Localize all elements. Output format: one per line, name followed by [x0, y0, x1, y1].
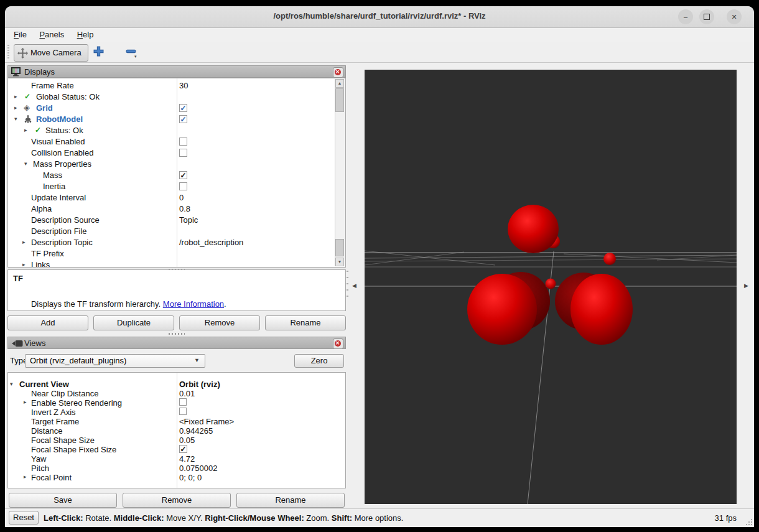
row-tf-prefix[interactable]: TF Prefix: [8, 248, 335, 259]
views-panel-header[interactable]: Views ✕: [7, 337, 346, 349]
scroll-down-button[interactable]: ▼: [335, 258, 344, 266]
row-current-view[interactable]: ▾Current ViewOrbit (rviz): [8, 379, 335, 388]
property-value[interactable]: 0.01: [179, 389, 195, 398]
property-value[interactable]: 30: [179, 81, 188, 90]
property-value[interactable]: 0.944265: [179, 426, 213, 436]
property-value[interactable]: /robot_description: [179, 238, 243, 247]
expand-arrow-icon[interactable]: ▸: [14, 93, 17, 100]
property-value[interactable]: 0; 0; 0: [179, 473, 202, 482]
move-camera-button[interactable]: Move Camera: [14, 44, 88, 62]
property-label: Links: [31, 260, 50, 268]
view-type-dropdown[interactable]: Orbit (rviz_default_plugins) ▼: [25, 354, 205, 368]
title-bar[interactable]: /opt/ros/humble/share/urdf_tutorial/rviz…: [5, 6, 754, 28]
rename-view-button[interactable]: Rename: [236, 493, 345, 508]
toolbar-drag-handle[interactable]: [7, 45, 9, 58]
robot-model-enabled-checkbox[interactable]: ✓: [179, 115, 187, 123]
3d-viewport[interactable]: [365, 70, 737, 504]
row-mass[interactable]: Mass✓: [8, 170, 335, 181]
scrollbar-thumb[interactable]: [335, 88, 344, 112]
duplicate-button[interactable]: Duplicate: [93, 315, 174, 330]
views-close-button[interactable]: ✕: [333, 338, 343, 349]
status-ok-icon: ✓: [35, 126, 41, 134]
add-button[interactable]: Add: [7, 315, 88, 330]
zero-button[interactable]: Zero: [294, 354, 344, 368]
property-value[interactable]: 4.72: [179, 454, 195, 464]
remove-display-button[interactable]: Remove: [179, 315, 260, 330]
maximize-button[interactable]: [699, 9, 714, 24]
row-pitch[interactable]: Pitch0.0750002: [8, 463, 335, 472]
row-target-frame[interactable]: Target Frame<Fixed Frame>: [8, 416, 335, 426]
resize-grip[interactable]: [745, 518, 753, 526]
reset-button[interactable]: Reset: [9, 511, 39, 525]
displays-panel-header[interactable]: Displays ✕: [7, 65, 346, 78]
property-value[interactable]: 0.05: [179, 436, 195, 445]
menu-panels[interactable]: Panels: [34, 28, 69, 41]
row-frame-rate[interactable]: Frame Rate30: [8, 80, 335, 91]
collapse-arrow-icon[interactable]: ▾: [14, 116, 17, 122]
scrollbar-thumb[interactable]: [335, 239, 344, 256]
displays-scrollbar[interactable]: ▲ ▼: [335, 79, 345, 266]
property-label: Focal Shape Size: [31, 436, 95, 445]
row-collision-enabled[interactable]: Collision Enabled: [8, 147, 335, 159]
expand-arrow-icon[interactable]: ▸: [14, 105, 17, 111]
row-status-ok[interactable]: ▸✓Status: Ok: [8, 125, 335, 136]
remove-tool-dropdown-icon[interactable]: ▾: [134, 54, 137, 59]
minimize-button[interactable]: –: [678, 9, 693, 24]
add-tool-icon[interactable]: [93, 46, 104, 57]
row-links[interactable]: ▸Links: [8, 259, 335, 268]
row-invert-z[interactable]: Invert Z Axis: [8, 407, 335, 416]
row-update-interval[interactable]: Update Interval0: [8, 192, 335, 203]
inertia-checkbox[interactable]: [179, 182, 187, 190]
expand-arrow-icon[interactable]: ▸: [24, 127, 27, 133]
row-inertia[interactable]: Inertia: [8, 181, 335, 192]
save-view-button[interactable]: Save: [9, 493, 117, 508]
rename-display-button[interactable]: Rename: [265, 315, 346, 330]
row-distance[interactable]: Distance0.944265: [8, 426, 335, 435]
more-information-link[interactable]: More Information: [163, 299, 224, 309]
panel-splitter[interactable]: [347, 271, 348, 298]
row-alpha[interactable]: Alpha0.8: [8, 203, 335, 215]
row-description-topic[interactable]: ▸Description Topic/robot_description: [8, 237, 335, 248]
expand-arrow-icon[interactable]: ▸: [22, 261, 26, 268]
row-stereo-rendering[interactable]: ▸Enable Stereo Rendering: [8, 398, 335, 407]
mass-checkbox[interactable]: ✓: [179, 171, 187, 179]
invert-z-checkbox[interactable]: [179, 408, 187, 415]
row-focal-shape-fixed[interactable]: Focal Shape Fixed Size✓: [8, 444, 335, 454]
row-near-clip[interactable]: Near Clip Distance0.01: [8, 388, 335, 398]
row-visual-enabled[interactable]: Visual Enabled: [8, 136, 335, 147]
grid-enabled-checkbox[interactable]: ✓: [179, 104, 187, 112]
menu-file[interactable]: File: [9, 28, 32, 41]
row-yaw[interactable]: Yaw4.72: [8, 454, 335, 463]
expand-arrow-icon[interactable]: ▸: [24, 474, 27, 480]
row-description-file[interactable]: Description File: [8, 226, 335, 237]
scroll-up-button[interactable]: ▲: [335, 79, 344, 88]
expand-arrow-icon[interactable]: ▸: [24, 399, 27, 405]
row-focal-shape-size[interactable]: Focal Shape Size0.05: [8, 435, 335, 444]
stereo-checkbox[interactable]: [179, 398, 187, 406]
row-focal-point[interactable]: ▸Focal Point0; 0; 0: [8, 472, 335, 482]
splitter-handle[interactable]: [169, 333, 185, 335]
row-description-source[interactable]: Description SourceTopic: [8, 215, 335, 226]
close-button[interactable]: ✕: [727, 9, 742, 24]
property-value[interactable]: Topic: [179, 215, 198, 225]
row-mass-properties[interactable]: ▾Mass Properties: [8, 159, 335, 170]
focal-fixed-checkbox[interactable]: ✓: [179, 445, 187, 453]
menu-help[interactable]: Help: [72, 28, 99, 41]
collapse-right-icon[interactable]: ▶: [744, 282, 748, 289]
property-value[interactable]: 0: [179, 193, 184, 202]
property-value[interactable]: <Fixed Frame>: [179, 417, 234, 426]
expand-arrow-icon[interactable]: ▸: [22, 239, 26, 245]
row-robot-model[interactable]: ▾ RobotModel✓: [8, 114, 335, 125]
fps-counter: 31 fps: [715, 513, 737, 523]
property-value[interactable]: 0.8: [179, 204, 190, 213]
collapse-left-icon[interactable]: ◀: [352, 282, 356, 289]
collision-enabled-checkbox[interactable]: [179, 149, 187, 157]
property-value[interactable]: 0.0750002: [179, 464, 217, 473]
row-grid[interactable]: ▸◈Grid✓: [8, 103, 335, 114]
row-global-status[interactable]: ▸✓Global Status: Ok: [8, 91, 335, 103]
remove-view-button[interactable]: Remove: [123, 493, 231, 508]
visual-enabled-checkbox[interactable]: [179, 138, 187, 146]
collapse-arrow-icon[interactable]: ▾: [24, 161, 27, 167]
collapse-arrow-icon[interactable]: ▾: [10, 381, 13, 387]
displays-close-button[interactable]: ✕: [333, 67, 343, 78]
